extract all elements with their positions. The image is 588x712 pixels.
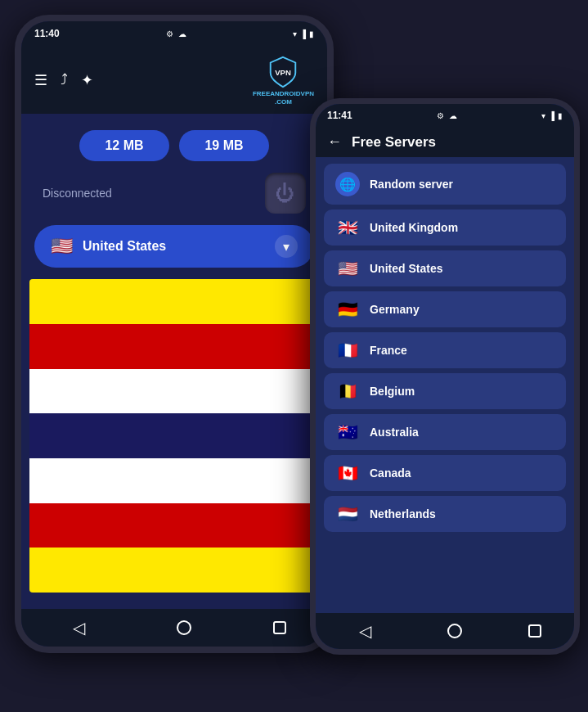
- server-item-name: Random server: [370, 178, 453, 191]
- flag-stripe-5: [29, 458, 319, 503]
- cloud-icon: ☁: [449, 111, 457, 120]
- server-name: United States: [83, 239, 265, 254]
- header-left-icons: ☰ ⤴ ✦: [34, 71, 93, 89]
- server-flag-icon: 🇧🇪: [335, 381, 360, 401]
- server-list-item[interactable]: 🇦🇺Australia: [324, 414, 566, 450]
- flag-stripe-3: [29, 369, 319, 414]
- home-nav-button-2[interactable]: [447, 624, 462, 638]
- flag-stripe-6: [29, 503, 319, 548]
- server-list-item[interactable]: 🇫🇷France: [324, 332, 566, 368]
- settings-icon: ⚙: [166, 29, 173, 38]
- power-icon: ⏻: [276, 182, 295, 205]
- server-list-item[interactable]: 🇧🇪Belgium: [324, 373, 566, 409]
- back-nav-button[interactable]: ◁: [62, 611, 95, 644]
- recents-nav-button-2[interactable]: [528, 624, 541, 638]
- server-item-name: Belgium: [370, 385, 415, 398]
- server-flag-icon: 🇨🇦: [335, 463, 360, 483]
- server-item-name: United States: [370, 262, 442, 275]
- page-title: Free Servers: [352, 134, 436, 151]
- back-nav-button-2[interactable]: ◁: [348, 615, 381, 647]
- server-list-item[interactable]: 🇩🇪Germany: [324, 291, 566, 327]
- phone2-status-icons: ▾ ▐ ▮: [541, 111, 563, 120]
- server-item-name: Australia: [370, 426, 419, 439]
- flag-display: [29, 279, 319, 593]
- server-item-name: France: [370, 344, 407, 357]
- logo-shield-icon: VPN: [266, 54, 300, 88]
- phone1-body: 12 MB 19 MB Disconnected ⏻ 🇺🇸 Uni: [21, 114, 327, 609]
- phone2-time: 11:41: [327, 110, 352, 121]
- home-nav-button[interactable]: [177, 620, 191, 635]
- phone1-status-bar: 11:40 ⚙ ☁ ▾ ▐ ▮: [21, 21, 327, 46]
- server-flag-icon: 🇳🇱: [335, 504, 360, 524]
- server-flag-icon: 🇩🇪: [335, 300, 360, 319]
- flag-stripe-2: [29, 324, 319, 369]
- phone1-time: 11:40: [34, 28, 60, 39]
- server-list-item[interactable]: 🇨🇦Canada: [324, 455, 566, 491]
- scene: 11:40 ⚙ ☁ ▾ ▐ ▮ ☰ ⤴ ✦: [0, 0, 588, 712]
- stats-row: 12 MB 19 MB: [34, 130, 314, 161]
- server-list-item[interactable]: 🌐Random server: [324, 164, 566, 205]
- download-stat: 12 MB: [79, 130, 169, 161]
- server-list-item[interactable]: 🇬🇧United Kingdom: [324, 210, 566, 246]
- flag-stripe-1: [29, 279, 319, 324]
- phone1-status-icons: ▾ ▐ ▮: [293, 29, 314, 38]
- connection-status: Disconnected: [43, 187, 112, 200]
- phone1-bottom-nav: ◁: [21, 609, 327, 647]
- phone2-screen: 11:41 ⚙ ☁ ▾ ▐ ▮ ← Free Servers 🌐Random: [316, 104, 574, 649]
- phone1-device: 11:40 ⚙ ☁ ▾ ▐ ▮ ☰ ⤴ ✦: [15, 15, 334, 653]
- connection-row: Disconnected ⏻: [34, 173, 314, 214]
- signal-icon: ▐: [300, 29, 306, 38]
- server-flag-icon: 🇺🇸: [335, 259, 360, 278]
- battery-icon: ▮: [309, 29, 314, 38]
- power-button[interactable]: ⏻: [265, 173, 306, 214]
- server-list-item[interactable]: 🇺🇸United States: [324, 250, 566, 286]
- share-icon[interactable]: ⤴: [61, 71, 68, 88]
- svg-text:VPN: VPN: [276, 68, 292, 77]
- logo-text: FREEANDROIDVPN .COM: [253, 90, 314, 106]
- server-flag-icon: 🇦🇺: [335, 422, 360, 442]
- server-item-name: United Kingdom: [370, 221, 458, 234]
- server-flag-icon: 🇬🇧: [335, 218, 360, 237]
- phone2-header: ← Free Servers: [316, 127, 574, 157]
- flag-stripe-4: [29, 413, 319, 458]
- signal-icon: ▐: [549, 111, 554, 120]
- server-select-button[interactable]: 🇺🇸 United States ▾: [34, 225, 314, 268]
- server-item-name: Germany: [370, 303, 420, 316]
- server-flag: 🇺🇸: [51, 236, 73, 257]
- logo-area: VPN FREEANDROIDVPN .COM: [253, 54, 314, 106]
- wifi-icon: ▾: [293, 29, 297, 38]
- server-list: 🌐Random server🇬🇧United Kingdom🇺🇸United S…: [316, 157, 574, 613]
- recents-nav-button[interactable]: [273, 621, 286, 634]
- server-flag-icon: 🇫🇷: [335, 340, 360, 360]
- phone2-device: 11:41 ⚙ ☁ ▾ ▐ ▮ ← Free Servers 🌐Random: [310, 98, 580, 655]
- phone2-status-center: ⚙ ☁: [437, 111, 457, 120]
- phone1-status-center: ⚙ ☁: [166, 29, 186, 38]
- server-item-name: Canada: [370, 466, 411, 480]
- wifi-icon: ▾: [541, 111, 545, 120]
- cloud-icon: ☁: [178, 29, 186, 38]
- menu-icon[interactable]: ☰: [34, 71, 47, 89]
- star-icon[interactable]: ✦: [81, 71, 93, 89]
- phone2-bottom-nav: ◁: [316, 613, 574, 649]
- settings-icon: ⚙: [437, 111, 444, 120]
- chevron-down-icon: ▾: [275, 235, 298, 258]
- globe-icon: 🌐: [335, 172, 360, 196]
- phone2-status-bar: 11:41 ⚙ ☁ ▾ ▐ ▮: [316, 104, 574, 127]
- back-button[interactable]: ←: [327, 133, 342, 151]
- server-item-name: Netherlands: [370, 507, 436, 520]
- battery-icon: ▮: [558, 111, 563, 120]
- server-list-item[interactable]: 🇳🇱Netherlands: [324, 496, 566, 532]
- phone1-header: ☰ ⤴ ✦ VPN FREEANDROIDVPN .COM: [21, 46, 327, 114]
- phone1-screen: 11:40 ⚙ ☁ ▾ ▐ ▮ ☰ ⤴ ✦: [21, 21, 327, 647]
- upload-stat: 19 MB: [179, 130, 269, 161]
- flag-stripe-7: [29, 548, 319, 593]
